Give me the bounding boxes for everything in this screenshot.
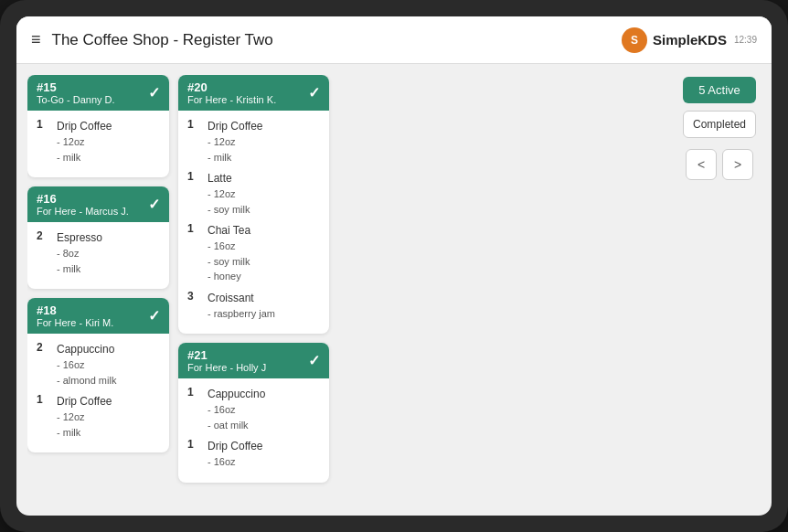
item-details: Cappuccino - 16oz - almond milk: [57, 341, 116, 388]
item-qty: 1: [37, 118, 49, 165]
tablet-screen: ≡ The Coffee Shop - Register Two S Simpl…: [16, 16, 772, 516]
active-button[interactable]: 5 Active: [683, 77, 756, 103]
order-header-15: #15 To-Go - Danny D. ✓: [27, 75, 169, 111]
order-item: 1 Drip Coffee - 12oz - milk: [187, 118, 320, 165]
item-name: Drip Coffee: [208, 118, 262, 134]
order-card-15[interactable]: #15 To-Go - Danny D. ✓ 1 Drip Coffee - 1…: [27, 75, 169, 177]
item-qty: 3: [187, 290, 200, 322]
order-item: 2 Espresso - 8oz - milk: [37, 229, 160, 276]
order-item: 2 Cappuccino - 16oz - almond milk: [37, 341, 160, 388]
order-number-21: #21: [187, 348, 266, 362]
order-item: 3 Croissant - raspberry jam: [187, 290, 320, 322]
order-header-20: #20 For Here - Kristin K. ✓: [178, 75, 329, 111]
item-name: Croissant: [208, 290, 275, 306]
item-qty: 1: [187, 118, 200, 165]
order-header-18: #18 For Here - Kiri M. ✓: [27, 298, 169, 334]
item-mod: - milk: [57, 150, 112, 165]
item-details: Drip Coffee - 12oz - milk: [208, 118, 262, 165]
item-details: Cappuccino - 16oz - oat milk: [208, 386, 265, 432]
item-name: Espresso: [57, 229, 102, 246]
item-name: Cappuccino: [57, 341, 116, 357]
topbar-logo: S SimpleKDS: [622, 27, 727, 53]
item-mod: - 12oz: [208, 186, 250, 202]
item-details: Latte - 12oz - soy milk: [208, 170, 250, 217]
order-body-16: 2 Espresso - 8oz - milk: [27, 222, 169, 289]
item-qty: 1: [187, 170, 200, 217]
order-body-21: 1 Cappuccino - 16oz - oat milk 1: [178, 378, 329, 483]
order-customer-20: For Here - Kristin K.: [187, 94, 276, 105]
item-details: Drip Coffee - 12oz - milk: [57, 118, 112, 165]
item-details: Espresso - 8oz - milk: [57, 229, 102, 276]
orders-area: #15 To-Go - Danny D. ✓ 1 Drip Coffee - 1…: [27, 75, 669, 505]
order-customer-15: To-Go - Danny D.: [37, 94, 115, 105]
order-header-21: #21 For Here - Holly J ✓: [178, 343, 329, 378]
order-item: 1 Drip Coffee - 16oz: [187, 438, 320, 470]
order-customer-16: For Here - Marcus J.: [37, 206, 129, 217]
item-qty: 1: [37, 393, 49, 440]
item-details: Chai Tea - 16oz - soy milk - honey: [208, 222, 250, 284]
order-card-18[interactable]: #18 For Here - Kiri M. ✓ 2 Cappuccino - …: [27, 298, 169, 452]
item-mod: - oat milk: [208, 418, 265, 433]
topbar-time: 12:39: [734, 35, 757, 45]
check-icon-18: ✓: [148, 307, 160, 325]
order-card-21[interactable]: #21 For Here - Holly J ✓ 1 Cappuccino - …: [178, 343, 329, 483]
item-name: Drip Coffee: [57, 393, 112, 410]
next-button[interactable]: >: [722, 149, 753, 180]
item-mod: - soy milk: [208, 254, 250, 270]
item-mod: - 12oz: [57, 410, 112, 425]
order-number-16: #16: [37, 192, 129, 206]
item-name: Cappuccino: [208, 386, 265, 402]
item-name: Latte: [208, 170, 250, 186]
item-name: Drip Coffee: [57, 118, 112, 134]
sidebar-controls: 5 Active Completed < >: [678, 75, 761, 505]
order-item: 1 Chai Tea - 16oz - soy milk - honey: [187, 222, 320, 284]
check-icon-21: ✓: [308, 352, 320, 369]
item-mod: - 16oz: [57, 357, 116, 373]
order-body-20: 1 Drip Coffee - 12oz - milk 1 L: [178, 111, 329, 334]
order-item: 1 Cappuccino - 16oz - oat milk: [187, 386, 320, 432]
logo-text: SimpleKDS: [653, 32, 727, 48]
order-header-16: #16 For Here - Marcus J. ✓: [27, 186, 169, 222]
order-item: 1 Drip Coffee - 12oz - milk: [37, 393, 160, 440]
item-mod: - 16oz: [208, 454, 262, 470]
menu-icon[interactable]: ≡: [31, 30, 41, 49]
order-customer-21: For Here - Holly J: [187, 362, 266, 373]
logo-icon: S: [622, 27, 647, 53]
order-card-16[interactable]: #16 For Here - Marcus J. ✓ 2 Espresso - …: [27, 186, 169, 289]
item-mod: - honey: [208, 269, 250, 284]
order-column-2: #20 For Here - Kristin K. ✓ 1 Drip Coffe…: [178, 75, 329, 505]
topbar-title: The Coffee Shop - Register Two: [52, 31, 623, 49]
order-number-18: #18: [37, 303, 113, 317]
item-qty: 2: [37, 229, 49, 276]
item-name: Chai Tea: [208, 222, 250, 239]
order-body-15: 1 Drip Coffee - 12oz - milk: [27, 111, 169, 177]
item-details: Drip Coffee - 16oz: [208, 438, 262, 470]
prev-button[interactable]: <: [686, 149, 717, 180]
item-qty: 2: [37, 341, 49, 388]
order-card-20[interactable]: #20 For Here - Kristin K. ✓ 1 Drip Coffe…: [178, 75, 329, 334]
order-item: 1 Drip Coffee - 12oz - milk: [37, 118, 160, 165]
item-details: Croissant - raspberry jam: [208, 290, 275, 322]
order-item: 1 Latte - 12oz - soy milk: [187, 170, 320, 217]
item-mod: - 8oz: [57, 246, 102, 261]
tablet-frame: ≡ The Coffee Shop - Register Two S Simpl…: [0, 0, 788, 532]
item-qty: 1: [187, 438, 200, 470]
check-icon-20: ✓: [308, 84, 320, 101]
check-icon-15: ✓: [148, 84, 160, 101]
order-customer-18: For Here - Kiri M.: [37, 317, 113, 328]
item-mod: - 16oz: [208, 402, 265, 418]
item-mod: - soy milk: [208, 202, 250, 218]
order-number-15: #15: [37, 80, 115, 94]
item-mod: - milk: [57, 261, 102, 277]
item-qty: 1: [187, 222, 200, 284]
completed-button[interactable]: Completed: [683, 111, 756, 138]
item-mod: - 12oz: [208, 134, 262, 150]
topbar: ≡ The Coffee Shop - Register Two S Simpl…: [16, 16, 772, 64]
item-details: Drip Coffee - 12oz - milk: [57, 393, 112, 440]
item-mod: - milk: [208, 150, 262, 165]
item-name: Drip Coffee: [208, 438, 262, 454]
item-qty: 1: [187, 386, 200, 432]
item-mod: - 16oz: [208, 239, 250, 254]
item-mod: - 12oz: [57, 134, 112, 150]
order-body-18: 2 Cappuccino - 16oz - almond milk 1: [27, 334, 169, 452]
